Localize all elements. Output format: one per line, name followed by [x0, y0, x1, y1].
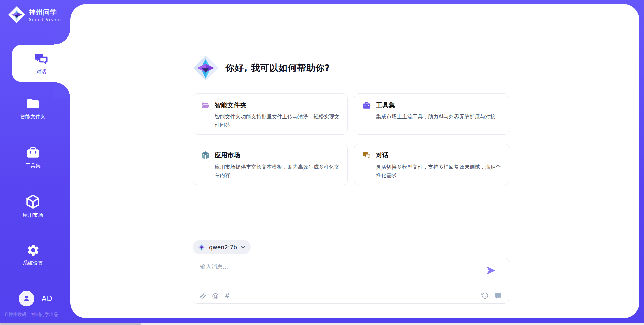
card-chat[interactable]: 对话 灵活切换多模型文件，支持多样回复效果调试，满足个性化需求 [354, 144, 509, 185]
assistant-logo-icon [193, 55, 219, 81]
copyright-text: ©神州数码 · 神州问学出品 [4, 312, 70, 318]
sidebar-item-label: 对话 [36, 69, 46, 75]
card-app-market[interactable]: 应用市场 应用市场提供丰富长文本模板，助力高效生成多样化文章内容 [193, 144, 348, 185]
sidebar-item-toolset[interactable]: 工具集 [0, 145, 66, 169]
cube-icon [25, 194, 40, 209]
user-initials: AD [42, 295, 53, 303]
briefcase-icon [362, 101, 371, 110]
message-icon[interactable] [494, 292, 502, 300]
scrollbar-thumb[interactable] [0, 323, 141, 325]
sidebar-item-settings[interactable]: 系统设置 [0, 243, 66, 266]
card-title: 应用市场 [215, 151, 240, 160]
brand-name: 神州问学 [29, 8, 61, 17]
avatar [19, 291, 34, 306]
chevron-down-icon [241, 246, 245, 249]
folder-icon [26, 96, 40, 111]
card-description: 集成市场上主流工具，助力AI与外界无缝扩展与对接 [376, 113, 501, 121]
sidebar: 神州问学 Smart Vision 对话 智能文件夹 工具集 [0, 0, 70, 325]
card-title: 对话 [376, 151, 389, 160]
chat-icon [34, 52, 49, 66]
sidebar-item-label: 智能文件夹 [0, 114, 66, 120]
model-selector[interactable]: qwen2:7b [193, 240, 251, 254]
card-description: 灵活切换多模型文件，支持多样回复效果调试，满足个性化需求 [376, 163, 501, 180]
greeting: 你好, 我可以如何帮助你? [193, 55, 330, 81]
person-icon [22, 294, 31, 303]
greeting-text: 你好, 我可以如何帮助你? [225, 62, 330, 74]
briefcase-icon [26, 145, 40, 159]
sidebar-item-chat[interactable]: 对话 [12, 45, 70, 82]
tab-flare-top [54, 28, 70, 45]
sidebar-item-app-market[interactable]: 应用市场 [0, 194, 66, 218]
feature-cards: 智能文件夹 智能文件夹功能支持批量文件上传与清洗，轻松实现文件问答 工具集 集成… [193, 93, 509, 185]
horizontal-scrollbar[interactable] [0, 323, 644, 325]
sidebar-item-smart-folder[interactable]: 智能文件夹 [0, 96, 66, 120]
main-panel: 你好, 我可以如何帮助你? 智能文件夹 智能文件夹功能支持批量文件上传与清洗，轻… [70, 4, 639, 318]
at-icon[interactable]: @ [212, 292, 219, 299]
card-title: 智能文件夹 [215, 101, 247, 110]
chat-icon [362, 151, 371, 160]
composer-divider [200, 287, 502, 287]
composer: @ # [193, 258, 509, 304]
card-title: 工具集 [376, 101, 395, 110]
card-description: 智能文件夹功能支持批量文件上传与清洗，轻松实现文件问答 [215, 113, 339, 129]
user-profile[interactable]: AD [19, 291, 53, 306]
card-toolset[interactable]: 工具集 集成市场上主流工具，助力AI与外界无缝扩展与对接 [354, 93, 509, 135]
gear-icon [26, 243, 40, 257]
card-smart-folder[interactable]: 智能文件夹 智能文件夹功能支持批量文件上传与清洗，轻松实现文件问答 [193, 93, 348, 135]
sidebar-item-label: 工具集 [0, 162, 66, 169]
brand: 神州问学 Smart Vision [8, 6, 61, 23]
model-name: qwen2:7b [209, 244, 237, 251]
history-icon[interactable] [481, 292, 489, 299]
model-logo-icon [198, 243, 205, 251]
cube-icon [201, 151, 210, 160]
tab-flare-bottom [54, 82, 70, 98]
sidebar-item-label: 应用市场 [0, 212, 66, 218]
send-icon[interactable] [486, 266, 495, 275]
message-input[interactable] [200, 263, 478, 282]
sidebar-item-label: 系统设置 [0, 260, 66, 266]
paperclip-icon[interactable] [200, 292, 206, 299]
brand-logo-icon [8, 6, 25, 23]
folder-open-icon [201, 101, 210, 110]
card-description: 应用市场提供丰富长文本模板，助力高效生成多样化文章内容 [215, 163, 339, 180]
brand-tagline: Smart Vision [29, 17, 61, 22]
hash-icon[interactable]: # [224, 292, 230, 299]
